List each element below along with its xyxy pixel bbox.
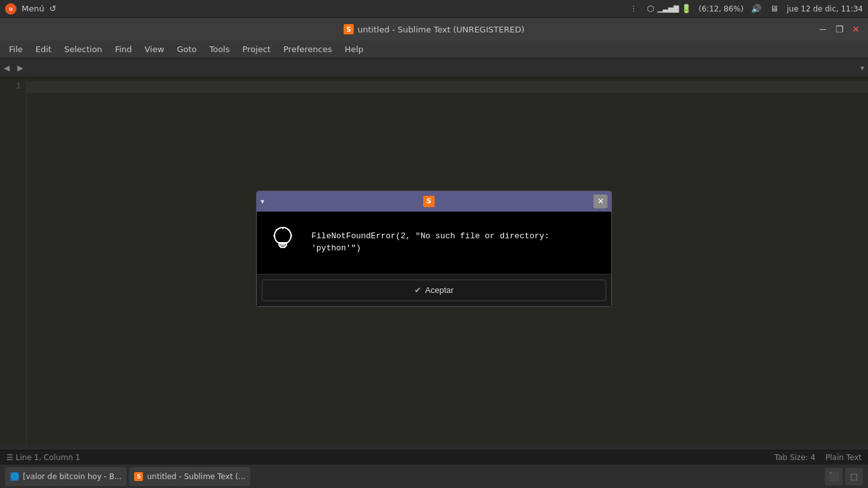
menu-project[interactable]: Project: [236, 42, 276, 57]
tab-bar: ◀ ▶ ▾: [0, 58, 868, 78]
menu-tools[interactable]: Tools: [203, 42, 236, 57]
taskbar-sublime-label: untitled - Sublime Text (...: [147, 472, 245, 481]
browser-icon: 🌐: [10, 472, 19, 481]
window-title: untitled - Sublime Text (UNREGISTERED): [358, 25, 525, 34]
line-number-1: 1: [0, 81, 21, 91]
accept-label: Aceptar: [425, 285, 454, 295]
line-column-status: Line 1, Column 1: [16, 453, 81, 462]
taskbar-item-browser[interactable]: 🌐 [valor de bitcoin hoy - B...: [5, 467, 126, 486]
tab-arrow-right[interactable]: ▶: [13, 64, 27, 72]
status-bar: ☰ Line 1, Column 1 Tab Size: 4 Plain Tex…: [0, 450, 868, 464]
menu-help[interactable]: Help: [338, 42, 370, 57]
menu-find[interactable]: Find: [109, 42, 139, 57]
taskbar-sublime-icon: S: [134, 472, 143, 481]
dialog-titlebar: ▾ S ✕: [257, 191, 611, 212]
battery-icon: 🔋: [681, 4, 691, 14]
menu-goto[interactable]: Goto: [170, 42, 203, 57]
refresh-icon[interactable]: ↺: [50, 4, 57, 13]
tab-arrow-left[interactable]: ◀: [0, 64, 13, 72]
display-icon: 🖥: [769, 4, 779, 14]
menu-bar: File Edit Selection Find View Goto Tools…: [0, 41, 868, 58]
taskbar-right-btn-1[interactable]: ⬛: [825, 468, 843, 485]
taskbar-right-area: ⬛ ⬚: [825, 468, 863, 485]
signal-icon: ▁▃▅▇: [663, 4, 674, 14]
bluetooth-icon: ⬡: [646, 4, 656, 14]
system-bar: U Menú ↺ ⋮ ⬡ ▁▃▅▇ 🔋 (6:12, 86%) 🔊 🖥 jue …: [0, 0, 868, 18]
dialog-error-icon: [267, 224, 299, 261]
line-numbers: 1: [0, 78, 27, 445]
os-menu-icon[interactable]: U: [5, 3, 17, 15]
taskbar-right-btn-2[interactable]: ⬚: [845, 468, 863, 485]
taskbar-item-sublime[interactable]: S untitled - Sublime Text (...: [129, 467, 250, 486]
file-icon: ☰: [6, 453, 13, 462]
sublime-logo: S: [344, 24, 354, 34]
dialog-body: FileNotFoundError(2, "No such file or di…: [257, 212, 611, 274]
menu-file[interactable]: File: [3, 42, 29, 57]
menu-selection[interactable]: Selection: [58, 42, 109, 57]
minimize-button[interactable]: ─: [816, 22, 830, 36]
dialog-title-sublime: S: [268, 196, 590, 207]
window-controls: ─ ❐ ✕: [816, 22, 863, 36]
dialog-sublime-logo: S: [423, 196, 435, 207]
check-icon: ✔: [414, 285, 421, 295]
taskbar: 🌐 [valor de bitcoin hoy - B... S untitle…: [0, 464, 868, 488]
menu-label[interactable]: Menú: [22, 4, 44, 13]
dialog-footer: ✔ Aceptar: [257, 274, 611, 306]
menu-view[interactable]: View: [139, 42, 171, 57]
window-title-area: S untitled - Sublime Text (UNREGISTERED): [344, 24, 525, 34]
restore-button[interactable]: ❐: [832, 22, 846, 36]
close-button[interactable]: ✕: [849, 22, 863, 36]
dialog-close-button[interactable]: ✕: [593, 194, 607, 208]
tab-size-status[interactable]: Tab Size: 4: [775, 453, 815, 462]
error-dialog: ▾ S ✕: [256, 191, 612, 307]
taskbar-browser-label: [valor de bitcoin hoy - B...: [23, 472, 121, 481]
cursor-line-highlight: [27, 81, 868, 93]
volume-icon: 🔊: [751, 4, 761, 14]
svg-text:U: U: [9, 7, 13, 12]
syntax-status[interactable]: Plain Text: [825, 453, 862, 462]
battery-label: (6:12, 86%): [699, 4, 744, 13]
dialog-accept-button[interactable]: ✔ Aceptar: [262, 280, 606, 301]
three-dots-icon: ⋮: [630, 4, 638, 13]
dialog-title-arrow[interactable]: ▾: [261, 197, 264, 206]
menu-preferences[interactable]: Preferences: [277, 42, 338, 57]
editor-area[interactable]: 1 ▾ S ✕: [0, 78, 868, 445]
clock: jue 12 de dic, 11:34: [787, 4, 863, 13]
menu-edit[interactable]: Edit: [29, 42, 58, 57]
tab-scroll-down[interactable]: ▾: [857, 64, 868, 72]
dialog-error-message: FileNotFoundError(2, "No such file or di…: [311, 231, 601, 254]
title-bar: S untitled - Sublime Text (UNREGISTERED)…: [0, 18, 868, 41]
